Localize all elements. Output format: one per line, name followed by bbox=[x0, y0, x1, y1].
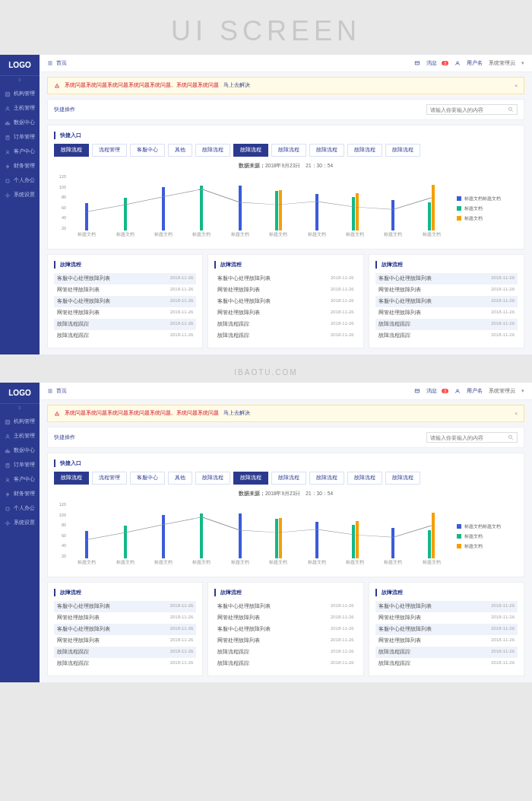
list-item[interactable]: 网管处理故障列表2018-11-26 bbox=[375, 307, 518, 319]
sidebar-item-7[interactable]: 系统设置 bbox=[0, 516, 40, 530]
list-item[interactable]: 故障流程跟踪2018-11-26 bbox=[214, 319, 356, 330]
list-item[interactable]: 故障流程跟踪2018-11-26 bbox=[54, 319, 196, 330]
sidebar-item-1[interactable]: 主机管理 bbox=[0, 101, 40, 116]
tab-3[interactable]: 其他 bbox=[168, 472, 192, 485]
sidebar-item-5[interactable]: 财务管理 bbox=[0, 159, 40, 173]
chevron-down-icon[interactable]: ▾ bbox=[521, 60, 524, 66]
tab-4[interactable]: 故障流程 bbox=[195, 472, 230, 485]
list-item[interactable]: 客服中心处理故障列表2018-11-26 bbox=[375, 601, 518, 612]
breadcrumb-home[interactable]: 首页 bbox=[56, 59, 67, 67]
list-item[interactable]: 故障流程跟踪2018-11-26 bbox=[54, 330, 196, 342]
list-item[interactable]: 网管处理故障列表2018-11-26 bbox=[214, 635, 356, 647]
tab-8[interactable]: 故障流程 bbox=[347, 144, 382, 157]
sidebar-item-6[interactable]: 个人办公 bbox=[0, 501, 40, 516]
tab-9[interactable]: 故障流程 bbox=[385, 144, 420, 157]
search-icon[interactable] bbox=[508, 434, 514, 440]
list-item[interactable]: 网管处理故障列表2018-11-26 bbox=[54, 284, 196, 296]
list-item[interactable]: 客服中心处理故障列表2018-11-26 bbox=[214, 296, 356, 307]
tab-0[interactable]: 故障流程 bbox=[54, 472, 89, 485]
tab-7[interactable]: 故障流程 bbox=[309, 472, 344, 485]
list-item[interactable]: 网管处理故障列表2018-11-26 bbox=[54, 612, 196, 624]
tab-6[interactable]: 故障流程 bbox=[271, 144, 306, 157]
mail-icon[interactable] bbox=[414, 388, 420, 394]
list-item[interactable]: 故障流程跟踪2018-11-26 bbox=[375, 658, 518, 669]
message-label[interactable]: 消息 bbox=[426, 59, 437, 67]
list-item[interactable]: 客服中心处理故障列表2018-11-26 bbox=[375, 273, 518, 284]
sidebar-item-3[interactable]: 订单管理 bbox=[0, 130, 40, 145]
tab-0[interactable]: 故障流程 bbox=[54, 144, 89, 157]
alert-link[interactable]: 马上去解决 bbox=[223, 410, 250, 417]
user-center[interactable]: 用户名 bbox=[467, 59, 483, 67]
list-item[interactable]: 故障流程跟踪2018-11-26 bbox=[375, 647, 518, 658]
list-item[interactable]: 客服中心处理故障列表2018-11-26 bbox=[54, 601, 196, 612]
sidebar-item-5[interactable]: 财务管理 bbox=[0, 487, 40, 501]
tab-2[interactable]: 客服中心 bbox=[130, 144, 165, 157]
tab-6[interactable]: 故障流程 bbox=[271, 472, 306, 485]
tab-7[interactable]: 故障流程 bbox=[309, 144, 344, 157]
avatar-icon[interactable] bbox=[454, 60, 461, 66]
breadcrumb-home[interactable]: 首页 bbox=[56, 387, 67, 395]
list-item[interactable]: 客服中心处理故障列表2018-11-26 bbox=[375, 296, 518, 307]
search-icon[interactable] bbox=[508, 106, 514, 113]
list-item[interactable]: 网管处理故障列表2018-11-26 bbox=[214, 307, 356, 319]
sidebar-item-7[interactable]: 系统设置 bbox=[0, 188, 40, 202]
list-item[interactable]: 网管处理故障列表2018-11-26 bbox=[54, 307, 196, 319]
list-item[interactable]: 客服中心处理故障列表2018-11-26 bbox=[375, 624, 518, 635]
list-item[interactable]: 网管处理故障列表2018-11-26 bbox=[375, 612, 518, 624]
list-item[interactable]: 客服中心处理故障列表2018-11-26 bbox=[214, 273, 356, 284]
tab-9[interactable]: 故障流程 bbox=[385, 472, 420, 485]
search-box[interactable] bbox=[426, 104, 518, 115]
user-center[interactable]: 用户名 bbox=[467, 387, 483, 395]
sidebar-item-2[interactable]: 数据中心 bbox=[0, 443, 40, 458]
mail-icon[interactable] bbox=[414, 60, 420, 66]
list-item[interactable]: 网管处理故障列表2018-11-26 bbox=[54, 635, 196, 647]
list-item[interactable]: 网管处理故障列表2018-11-26 bbox=[375, 284, 518, 296]
list-item[interactable]: 客服中心处理故障列表2018-11-26 bbox=[54, 296, 196, 307]
admin-label[interactable]: 系统管理员 bbox=[489, 387, 515, 395]
sidebar-item-1[interactable]: 主机管理 bbox=[0, 429, 40, 443]
search-input[interactable] bbox=[430, 435, 508, 440]
sidebar-item-0[interactable]: 机构管理 bbox=[0, 415, 40, 429]
sidebar-item-0[interactable]: 机构管理 bbox=[0, 87, 40, 101]
chevron-down-icon[interactable]: ▾ bbox=[521, 388, 524, 394]
list-item[interactable]: 故障流程跟踪2018-11-26 bbox=[54, 647, 196, 658]
sidebar-item-4[interactable]: 客户中心 bbox=[0, 145, 40, 159]
search-input[interactable] bbox=[430, 107, 508, 113]
list-item[interactable]: 客服中心处理故障列表2018-11-26 bbox=[214, 601, 356, 612]
list-item[interactable]: 故障流程跟踪2018-11-26 bbox=[214, 647, 356, 658]
list-item[interactable]: 故障流程跟踪2018-11-26 bbox=[54, 658, 196, 669]
menu-icon[interactable] bbox=[47, 60, 53, 66]
list-item[interactable]: 网管处理故障列表2018-11-26 bbox=[214, 284, 356, 296]
list-item-label: 故障流程跟踪 bbox=[378, 660, 410, 667]
tab-4[interactable]: 故障流程 bbox=[195, 144, 230, 157]
list-item[interactable]: 故障流程跟踪2018-11-26 bbox=[375, 319, 518, 330]
tab-5[interactable]: 故障流程 bbox=[233, 144, 268, 157]
tab-8[interactable]: 故障流程 bbox=[347, 472, 382, 485]
list-item[interactable]: 客服中心处理故障列表2018-11-26 bbox=[54, 624, 196, 635]
list-item[interactable]: 网管处理故障列表2018-11-26 bbox=[214, 612, 356, 624]
search-box[interactable] bbox=[426, 432, 518, 443]
list-item[interactable]: 客服中心处理故障列表2018-11-26 bbox=[214, 624, 356, 635]
sidebar-item-2[interactable]: 数据中心 bbox=[0, 116, 40, 130]
message-label[interactable]: 消息 bbox=[426, 387, 437, 395]
list-item-date: 2018-11-26 bbox=[170, 275, 194, 282]
sidebar-item-4[interactable]: 客户中心 bbox=[0, 472, 40, 487]
sidebar-item-3[interactable]: 订单管理 bbox=[0, 458, 40, 472]
tab-2[interactable]: 客服中心 bbox=[130, 472, 165, 485]
list-item[interactable]: 故障流程跟踪2018-11-26 bbox=[214, 330, 356, 342]
tab-5[interactable]: 故障流程 bbox=[233, 472, 268, 485]
list-item[interactable]: 客服中心处理故障列表2018-11-26 bbox=[54, 273, 196, 284]
list-item[interactable]: 故障流程跟踪2018-11-26 bbox=[214, 658, 356, 669]
tab-1[interactable]: 流程管理 bbox=[92, 472, 127, 485]
list-item[interactable]: 网管处理故障列表2018-11-26 bbox=[375, 635, 518, 647]
close-icon[interactable]: × bbox=[515, 83, 518, 88]
alert-link[interactable]: 马上去解决 bbox=[223, 82, 250, 89]
tab-3[interactable]: 其他 bbox=[168, 144, 192, 157]
menu-icon[interactable] bbox=[47, 388, 53, 394]
tab-1[interactable]: 流程管理 bbox=[92, 144, 127, 157]
list-item[interactable]: 故障流程跟踪2018-11-26 bbox=[375, 330, 518, 342]
sidebar-item-6[interactable]: 个人办公 bbox=[0, 173, 40, 188]
close-icon[interactable]: × bbox=[515, 411, 518, 416]
admin-label[interactable]: 系统管理员 bbox=[489, 59, 515, 67]
avatar-icon[interactable] bbox=[454, 388, 461, 394]
